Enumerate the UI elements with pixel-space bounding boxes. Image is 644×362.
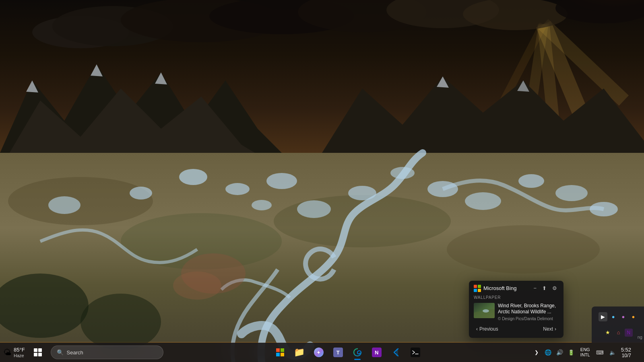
bing-settings-button[interactable]: ⚙: [551, 285, 559, 292]
file-explorer-icon: 📁: [295, 348, 304, 357]
bing-card-controls: − ⬆ ⚙: [532, 285, 559, 292]
taskbar-app-onenote[interactable]: N: [368, 343, 386, 361]
taskbar-app-terminal[interactable]: [407, 343, 424, 361]
win-tile-3: [34, 353, 37, 356]
svg-line-3: [543, 24, 555, 141]
start-button[interactable]: [28, 343, 47, 362]
next-chevron-icon: ›: [555, 326, 556, 332]
teams-icon: T: [333, 348, 343, 357]
win-tile-4: [38, 353, 42, 356]
svg-point-26: [225, 183, 250, 195]
svg-point-19: [8, 177, 153, 225]
svg-point-32: [427, 181, 458, 197]
notification-chevron-icon[interactable]: ❯: [532, 348, 541, 357]
language-indicator[interactable]: ENG INTL: [578, 346, 592, 358]
clock-time: 5:52: [621, 347, 631, 353]
svg-point-29: [297, 200, 331, 218]
svg-point-24: [130, 187, 152, 200]
system-tray: ❯ 🌐 🔊 🔋 ENG INTL ⌨ 🔈 5:52 10/7: [529, 343, 644, 361]
search-bar[interactable]: 🔍 Search: [51, 346, 163, 359]
svg-line-6: [483, 24, 543, 141]
wallpaper-thumbnail[interactable]: [474, 303, 495, 318]
show-desktop-button[interactable]: [637, 343, 641, 361]
microsoft-icon: [275, 348, 285, 357]
panel-blue-icon[interactable]: ●: [609, 312, 617, 321]
win-tile-1: [34, 348, 37, 352]
svg-line-4: [523, 24, 543, 161]
clock-widget[interactable]: 5:52 10/7: [619, 346, 635, 359]
svg-point-21: [274, 195, 451, 247]
svg-rect-41: [474, 285, 477, 288]
taskbar-apps-area: 📁 ✦ T: [167, 343, 529, 361]
taskbar-app-vscode[interactable]: [387, 343, 405, 361]
svg-point-33: [465, 192, 501, 210]
panel-orange-icon[interactable]: ●: [629, 312, 637, 321]
terminal-icon: [411, 348, 420, 357]
language-line1: ENG: [580, 347, 590, 352]
network-tray-icon[interactable]: 🌐: [543, 348, 553, 357]
svg-point-14: [555, 0, 644, 23]
wallpaper-credit-text: © Design Pics/Danita Delimont: [498, 317, 559, 321]
volume-tray-icon[interactable]: 🔊: [554, 348, 565, 357]
bing-card-title: Microsoft Bing: [483, 285, 516, 291]
edge-icon: [353, 348, 362, 357]
svg-point-27: [252, 200, 272, 210]
svg-marker-16: [0, 88, 282, 169]
bing-share-button[interactable]: ⬆: [541, 285, 548, 292]
taskbar-app-microsoft[interactable]: [271, 343, 289, 361]
svg-point-28: [266, 173, 297, 189]
weather-temperature: 85°F: [14, 347, 25, 353]
svg-marker-15: [0, 64, 282, 153]
windows-logo: [34, 348, 42, 356]
previous-wallpaper-button[interactable]: ‹ Previous: [474, 325, 501, 333]
quick-settings-panel: ▶ ● ● ● ★ ⌂ N ng: [592, 306, 644, 343]
panel-home-icon[interactable]: ⌂: [615, 328, 623, 337]
taskbar-app-edge[interactable]: [349, 343, 366, 361]
svg-rect-47: [276, 348, 280, 352]
bing-minimize-button[interactable]: −: [532, 285, 538, 292]
svg-point-9: [121, 0, 282, 42]
svg-point-35: [555, 185, 588, 201]
svg-point-20: [121, 213, 282, 269]
bing-card-navigation: ‹ Previous Next ›: [474, 325, 559, 333]
svg-point-39: [0, 274, 89, 338]
onenote-panel-icon[interactable]: N: [625, 329, 633, 337]
taskbar-app-copilot[interactable]: ✦: [310, 343, 328, 361]
svg-point-22: [447, 225, 600, 274]
svg-point-36: [590, 202, 618, 216]
bing-card-header: Microsoft Bing − ⬆ ⚙: [474, 285, 559, 292]
svg-point-11: [298, 0, 427, 32]
bing-logo-icon: [474, 285, 481, 292]
svg-point-8: [52, 6, 173, 46]
search-icon: 🔍: [57, 349, 64, 356]
svg-rect-48: [281, 348, 284, 352]
onenote-icon: N: [372, 348, 382, 357]
weather-icon: 🌤: [3, 348, 11, 357]
svg-point-23: [179, 169, 207, 185]
svg-point-30: [348, 186, 376, 200]
taskbar-app-teams[interactable]: T: [329, 343, 347, 361]
tray-icons-area: 🌐 🔊 🔋: [543, 348, 576, 357]
svg-rect-43: [474, 289, 477, 292]
svg-line-2: [543, 24, 584, 121]
copilot-icon: ✦: [314, 348, 324, 357]
speaker-tray-icon[interactable]: 🔈: [607, 348, 618, 357]
svg-point-1: [431, 0, 644, 97]
svg-point-25: [48, 196, 80, 214]
svg-rect-50: [281, 353, 284, 356]
svg-rect-44: [478, 289, 481, 292]
svg-line-5: [543, 24, 624, 101]
keyboard-tray-icon[interactable]: ⌨: [594, 348, 606, 357]
wallpaper-info-row: Wind River, Brooks Range, Arctic Nationa…: [474, 303, 559, 321]
vscode-icon: [391, 348, 401, 357]
battery-tray-icon[interactable]: 🔋: [566, 348, 576, 357]
svg-point-38: [173, 272, 221, 300]
panel-star-icon[interactable]: ★: [603, 328, 613, 337]
next-wallpaper-button[interactable]: Next ›: [541, 325, 559, 333]
panel-purple-icon[interactable]: ●: [619, 312, 627, 321]
taskbar-app-file-explorer[interactable]: 📁: [291, 343, 308, 361]
weather-widget[interactable]: 🌤 85°F Haze: [0, 343, 28, 362]
svg-point-31: [390, 167, 415, 179]
panel-play-icon[interactable]: ▶: [599, 312, 607, 321]
search-label: Search: [67, 350, 83, 356]
